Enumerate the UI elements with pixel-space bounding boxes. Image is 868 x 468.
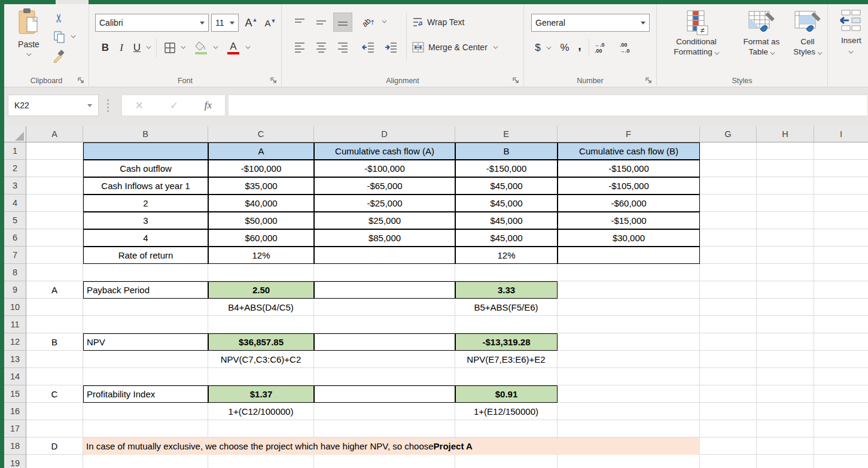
cell-D13[interactable] [314,351,455,368]
align-left-button[interactable] [290,38,309,57]
number-format-combobox[interactable]: General [531,14,650,32]
cell-H19[interactable] [757,455,814,468]
cell-A7[interactable] [26,247,83,264]
cell-H13[interactable] [757,351,814,368]
cell-G16[interactable] [700,403,757,420]
cell-I11[interactable] [814,316,868,333]
cell-B14[interactable] [83,368,208,385]
cell-E17[interactable] [455,420,558,437]
cell-C3[interactable]: $35,000 [208,177,314,195]
cell-I1[interactable] [814,142,868,160]
cell-B7[interactable]: Rate of return [83,247,208,264]
cell-H9[interactable] [757,281,814,299]
increase-decimal-button[interactable]: ←.0 .00 [595,39,617,57]
cell-D10[interactable] [314,299,455,316]
cell-D15[interactable] [314,385,455,403]
cell-D1[interactable]: Cumulative cash flow (A) [314,142,455,160]
cell-E16[interactable]: 1+(E12/150000) [455,403,558,420]
cell-I8[interactable] [814,264,868,281]
cell-B5[interactable]: 3 [83,212,208,229]
cell-G4[interactable] [700,195,757,212]
cell-C11[interactable] [208,316,314,333]
accounting-chevron-icon[interactable] [547,45,552,50]
cell-E11[interactable] [455,316,558,333]
format-as-table-button[interactable]: Format as Table [735,9,788,57]
cell-C15[interactable]: $1.37 [208,385,314,403]
col-header-D[interactable]: D [314,126,455,142]
cell-G7[interactable] [700,247,757,264]
row-header-7[interactable]: 7 [4,247,26,264]
cell-I18[interactable] [814,437,868,455]
row-header-2[interactable]: 2 [4,160,26,177]
cell-C1[interactable]: A [208,142,314,160]
align-bottom-button[interactable] [333,13,352,32]
cell-E3[interactable]: $45,000 [455,177,558,195]
cell-F10[interactable] [558,299,700,316]
cell-I2[interactable] [814,160,868,177]
cell-A4[interactable] [26,195,83,212]
alignment-dialog-launcher[interactable] [511,76,520,84]
col-header-B[interactable]: B [83,126,208,142]
cell-E8[interactable] [455,264,558,281]
cell-F12[interactable] [558,333,700,351]
cell-E1[interactable]: B [455,142,558,160]
cell-D19[interactable] [314,455,455,468]
font-name-combobox[interactable]: Calibri [95,14,209,32]
cell-B2[interactable]: Cash outflow [83,160,208,177]
cell-E2[interactable]: -$150,000 [455,160,558,177]
cell-B1[interactable] [83,142,208,160]
cell-E19[interactable] [455,455,558,468]
cell-D5[interactable]: $25,000 [314,212,455,229]
row-header-13[interactable]: 13 [4,351,26,368]
cell-E6[interactable]: $45,000 [455,229,558,247]
cell-I10[interactable] [814,299,868,316]
select-all-corner[interactable] [4,126,26,142]
cell-F3[interactable]: -$105,000 [558,177,700,195]
row-header-4[interactable]: 4 [4,195,26,212]
cell-I12[interactable] [814,333,868,351]
copy-chevron-icon[interactable] [71,34,76,38]
col-header-G[interactable]: G [700,126,757,142]
cell-H7[interactable] [757,247,814,264]
cell-A17[interactable] [26,420,83,437]
cell-A9[interactable]: A [26,281,83,299]
cell-E10[interactable]: B5+ABS(F5/E6) [455,299,558,316]
cell-C14[interactable] [208,368,314,385]
cell-A6[interactable] [26,229,83,247]
cell-H6[interactable] [757,229,814,247]
formula-bar-resize-handle[interactable] [107,99,109,112]
cell-A18[interactable]: D [26,437,83,455]
increase-font-size-button[interactable]: A▲ [242,14,260,32]
cell-F4[interactable]: -$60,000 [558,195,700,212]
align-right-button[interactable] [333,38,352,57]
cell-I6[interactable] [814,229,868,247]
cell-B3[interactable]: Cash Inflows at year 1 [83,177,208,195]
cell-E9[interactable]: 3.33 [455,281,558,299]
cell-G3[interactable] [700,177,757,195]
cell-G8[interactable] [700,264,757,281]
cell-I17[interactable] [814,420,868,437]
cell-D4[interactable]: -$25,000 [314,195,455,212]
cell-H17[interactable] [757,420,814,437]
cell-I7[interactable] [814,247,868,264]
cell-D3[interactable]: -$65,000 [314,177,455,195]
row-header-12[interactable]: 12 [4,333,26,351]
cell-A2[interactable] [26,160,83,177]
cell-F6[interactable]: $30,000 [558,229,700,247]
cell-I14[interactable] [814,368,868,385]
row-header-1[interactable]: 1 [4,142,26,160]
font-size-combobox[interactable]: 11 [211,14,239,32]
row-header-5[interactable]: 5 [4,212,26,229]
col-header-I[interactable]: I [814,126,868,142]
cell-D16[interactable] [314,403,455,420]
cell-D9[interactable] [314,281,455,299]
row-header-18[interactable]: 18 [4,437,26,455]
wrap-text-button[interactable]: Wrap Text [412,14,465,31]
cell-B8[interactable] [83,264,208,281]
cell-F9[interactable] [558,281,700,299]
cancel-entry-icon[interactable]: ✕ [135,99,144,112]
decrease-decimal-button[interactable]: .00 →.0 [620,39,642,57]
copy-button[interactable] [51,29,68,45]
row-header-8[interactable]: 8 [4,264,26,281]
cell-G17[interactable] [700,420,757,437]
